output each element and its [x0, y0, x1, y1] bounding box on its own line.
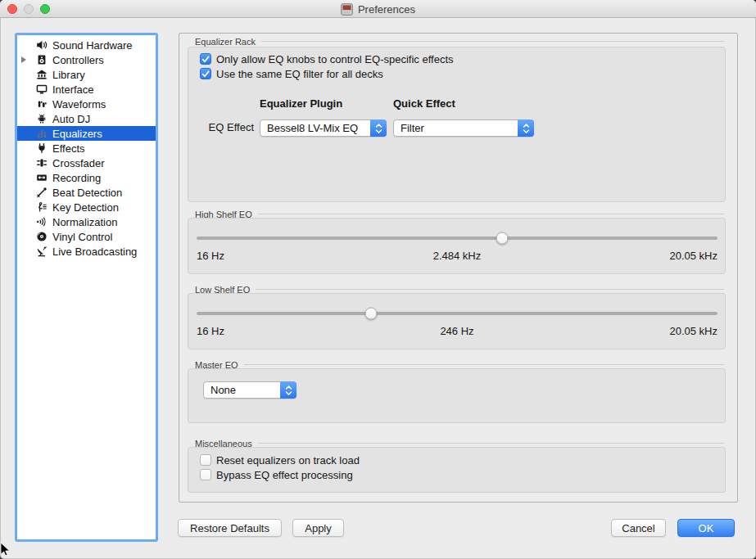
- group-divider: [256, 289, 724, 290]
- sidebar-item-label: Recording: [52, 172, 101, 184]
- sidebar-item-beat-detection[interactable]: Beat Detection: [17, 185, 156, 200]
- low-shelf-group: 16 Hz 246 Hz 20.05 kHz: [188, 293, 726, 349]
- reset-eq-checkbox-row[interactable]: Reset equalizers on track load: [200, 453, 360, 467]
- sidebar-item-key-detection[interactable]: Key Detection: [17, 200, 156, 214]
- same-filter-checkbox[interactable]: [200, 68, 211, 79]
- slider-track[interactable]: [197, 312, 718, 315]
- controller-icon: [36, 54, 48, 65]
- sidebar-item-recording[interactable]: Recording: [17, 170, 156, 185]
- stepper-arrows-icon: [370, 119, 387, 137]
- high-shelf-scale: 16 Hz 2.484 kHz 20.05 kHz: [197, 250, 718, 263]
- equalizer-plugin-select[interactable]: Bessel8 LV-Mix EQ: [260, 119, 387, 137]
- checkbox-label: Reset equalizers on track load: [216, 454, 360, 467]
- checkbox-label: Use the same EQ filter for all decks: [216, 68, 383, 80]
- slider-max-label: 20.05 kHz: [669, 250, 718, 262]
- slider-max-label: 20.05 kHz: [669, 325, 718, 337]
- reset-eq-checkbox[interactable]: [200, 454, 211, 466]
- dropdown-value: Filter: [401, 120, 424, 136]
- disclosure-triangle-icon[interactable]: [21, 56, 26, 63]
- quick-effect-select[interactable]: Filter: [393, 119, 534, 137]
- bypass-eq-checkbox[interactable]: [200, 469, 211, 480]
- cassette-icon: [36, 172, 48, 183]
- sidebar-item-label: Normalization: [52, 216, 117, 228]
- checkbox-label: Bypass EQ effect processing: [216, 469, 353, 481]
- high-shelf-group: 16 Hz 2.484 kHz 20.05 kHz: [188, 218, 726, 274]
- group-divider: [258, 214, 724, 214]
- sidebar-item-auto-dj[interactable]: Auto DJ: [17, 111, 156, 126]
- title-area: Preferences: [341, 3, 415, 16]
- stepper-arrows-icon: [280, 381, 297, 399]
- miscellaneous-group: Reset equalizers on track load Bypass EQ…: [188, 447, 726, 493]
- slider-track[interactable]: [197, 237, 718, 240]
- sidebar-item-label: Effects: [52, 142, 85, 155]
- master-eq-group: None: [188, 368, 726, 423]
- sidebar-item-controllers[interactable]: Controllers: [17, 52, 156, 67]
- sidebar-item-sound-hardware[interactable]: Sound Hardware: [17, 38, 156, 52]
- preferences-window: Preferences Sound Hardware Controllers L…: [0, 0, 756, 559]
- restore-defaults-button[interactable]: Restore Defaults: [178, 519, 282, 537]
- sidebar-item-label: Equalizers: [52, 128, 102, 140]
- eq-knobs-checkbox-row[interactable]: Only allow EQ knobs to control EQ-specif…: [200, 52, 454, 65]
- zoom-button[interactable]: [40, 4, 50, 14]
- slider-handle[interactable]: [365, 308, 378, 320]
- group-divider: [261, 41, 724, 42]
- speaker-icon: [36, 39, 48, 51]
- preferences-category-list[interactable]: Sound Hardware Controllers Library Inter…: [15, 33, 158, 542]
- close-button[interactable]: [7, 4, 17, 14]
- sidebar-item-label: Auto DJ: [52, 113, 90, 125]
- preferences-app-icon: [341, 3, 353, 16]
- sidebar-item-interface[interactable]: Interface: [17, 82, 156, 97]
- monitor-icon: [36, 83, 48, 95]
- eq-effect-row-label: EQ Effect: [188, 121, 254, 133]
- crossfader-icon: [36, 157, 48, 169]
- sidebar-item-crossfader[interactable]: Crossfader: [17, 156, 156, 170]
- dropdown-value: None: [211, 382, 236, 398]
- sidebar-item-label: Live Broadcasting: [52, 246, 137, 258]
- same-filter-checkbox-row[interactable]: Use the same EQ filter for all decks: [200, 67, 383, 80]
- equalizer-rack-group: Only allow EQ knobs to control EQ-specif…: [188, 47, 726, 202]
- sidebar-item-effects[interactable]: Effects: [17, 141, 156, 156]
- library-icon: [36, 69, 48, 80]
- low-shelf-slider[interactable]: [197, 305, 718, 322]
- sidebar-item-label: Beat Detection: [52, 187, 122, 199]
- plug-icon: [36, 142, 48, 154]
- quick-effect-header: Quick Effect: [393, 97, 455, 110]
- group-title: Equalizer Rack: [195, 37, 256, 47]
- checkbox-label: Only allow EQ knobs to control EQ-specif…: [216, 53, 454, 65]
- vinyl-icon: [36, 231, 48, 242]
- waveform-icon: [36, 98, 48, 110]
- low-shelf-scale: 16 Hz 246 Hz 20.05 kHz: [197, 325, 718, 338]
- high-shelf-slider[interactable]: [197, 230, 718, 246]
- equalizer-plugin-header: Equalizer Plugin: [260, 97, 342, 110]
- sidebar-item-equalizers[interactable]: Equalizers: [17, 126, 156, 141]
- slider-handle[interactable]: [496, 232, 508, 245]
- sidebar-item-label: Library: [52, 69, 85, 81]
- slider-value-label: 2.484 kHz: [197, 250, 718, 262]
- equalizer-rack-group-label: Equalizer Rack: [195, 36, 724, 47]
- sidebar-item-label: Controllers: [52, 54, 104, 66]
- drumstick-icon: [36, 187, 48, 198]
- soundwave-icon: [36, 216, 48, 228]
- sidebar-item-label: Sound Hardware: [52, 39, 133, 52]
- sidebar-item-label: Crossfader: [52, 157, 105, 169]
- sidebar-item-normalization[interactable]: Normalization: [17, 214, 156, 229]
- clef-icon: [36, 201, 48, 213]
- sidebar-item-waveforms[interactable]: Waveforms: [17, 97, 156, 111]
- sidebar-item-live-broadcasting[interactable]: Live Broadcasting: [17, 244, 156, 259]
- cancel-button[interactable]: Cancel: [611, 519, 666, 537]
- titlebar[interactable]: Preferences: [0, 0, 756, 18]
- bypass-eq-checkbox-row[interactable]: Bypass EQ effect processing: [200, 468, 353, 481]
- master-eq-select[interactable]: None: [203, 381, 297, 399]
- stepper-arrows-icon: [518, 119, 534, 137]
- sidebar-item-vinyl-control[interactable]: Vinyl Control: [17, 229, 156, 244]
- satellite-icon: [36, 246, 48, 257]
- eq-knobs-checkbox[interactable]: [200, 53, 211, 65]
- apply-button[interactable]: Apply: [292, 519, 344, 537]
- minimize-button[interactable]: [24, 4, 34, 14]
- slider-value-label: 246 Hz: [197, 325, 718, 337]
- ok-button[interactable]: OK: [677, 519, 735, 537]
- dropdown-value: Bessel8 LV-Mix EQ: [267, 120, 358, 136]
- window-title: Preferences: [358, 3, 415, 16]
- equalizers-settings-panel: Equalizer Rack Only allow EQ knobs to co…: [179, 33, 738, 503]
- sidebar-item-library[interactable]: Library: [17, 67, 156, 82]
